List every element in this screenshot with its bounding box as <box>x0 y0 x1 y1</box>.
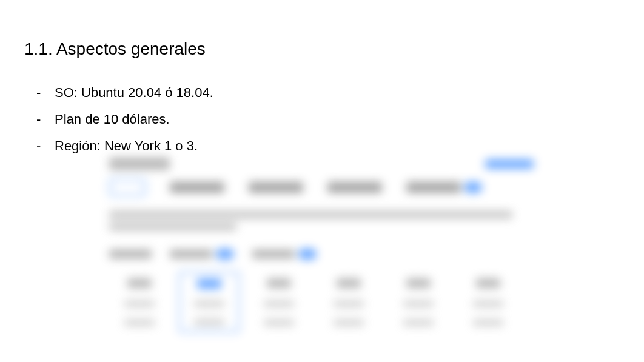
bullet-marker: - <box>36 85 55 101</box>
bullet-list: - SO: Ubuntu 20.04 ó 18.04. - Plan de 10… <box>36 85 213 165</box>
bullet-text: Región: New York 1 o 3. <box>55 138 213 154</box>
bullet-marker: - <box>36 112 55 127</box>
list-item: - Plan de 10 dólares. <box>36 112 213 127</box>
bullet-text: SO: Ubuntu 20.04 ó 18.04. <box>55 85 213 101</box>
list-item: - Región: New York 1 o 3. <box>36 138 213 154</box>
bullet-marker: - <box>36 138 55 154</box>
list-item: - SO: Ubuntu 20.04 ó 18.04. <box>36 85 213 101</box>
bullet-text: Plan de 10 dólares. <box>55 112 213 127</box>
section-heading: 1.1. Aspectos generales <box>24 39 206 59</box>
blurred-screenshot <box>109 158 534 352</box>
